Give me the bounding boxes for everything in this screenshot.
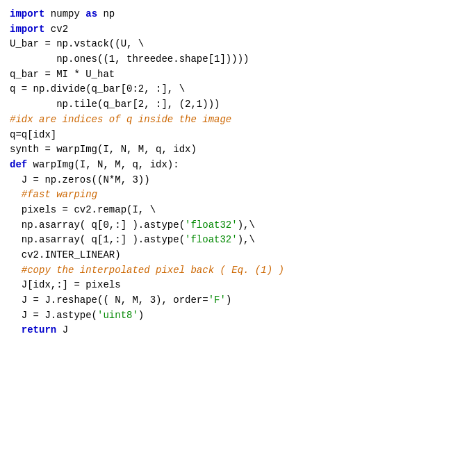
code-line-7: np.tile(q_bar[2, :], (2,1))) xyxy=(10,97,466,113)
code-line-18: #copy the interpolated pixel back ( Eq. … xyxy=(10,263,466,279)
code-line-12: J = np.zeros((N*M, 3)) xyxy=(10,173,466,188)
code-line-1: import numpy as np xyxy=(10,7,466,22)
code-line-6: q = np.divide(q_bar[0:2, :], \ xyxy=(10,82,466,97)
code-line-8: #idx are indices of q inside the image xyxy=(10,113,466,128)
code-line-16: np.asarray( q[1,:] ).astype('float32'),\ xyxy=(10,233,466,248)
code-line-22: return J xyxy=(10,323,466,338)
code-line-13: #fast warping xyxy=(10,188,466,203)
code-line-19: J[idx,:] = pixels xyxy=(10,278,466,293)
code-line-17: cv2.INTER_LINEAR) xyxy=(10,248,466,263)
code-line-3: U_bar = np.vstack((U, \ xyxy=(10,37,466,52)
code-line-2: import cv2 xyxy=(10,22,466,38)
code-line-4: np.ones((1, threedee.shape[1])))) xyxy=(10,52,466,67)
code-line-20: J = J.reshape(( N, M, 3), order='F') xyxy=(10,293,466,308)
code-line-10: synth = warpImg(I, N, M, q, idx) xyxy=(10,142,466,158)
code-line-5: q_bar = MI * U_hat xyxy=(10,67,466,83)
code-line-15: np.asarray( q[0,:] ).astype('float32'),\ xyxy=(10,218,466,233)
code-line-14: pixels = cv2.remap(I, \ xyxy=(10,203,466,218)
code-line-11: def warpImg(I, N, M, q, idx): xyxy=(10,158,466,173)
code-block: import numpy as np import cv2 U_bar = np… xyxy=(0,0,476,457)
code-line-9: q=q[idx] xyxy=(10,128,466,143)
code-line-21: J = J.astype('uint8') xyxy=(10,308,466,324)
